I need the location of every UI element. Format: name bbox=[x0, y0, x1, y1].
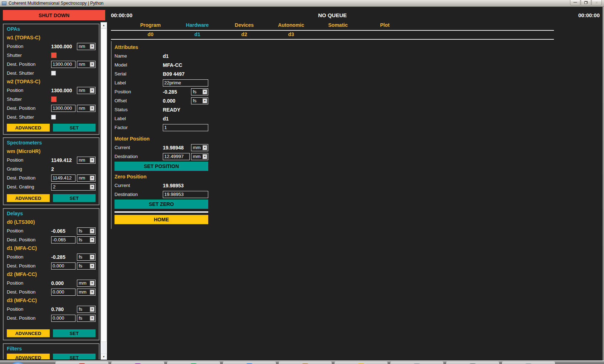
taskbar-button[interactable] bbox=[279, 361, 332, 364]
unit-select-value: nm bbox=[77, 44, 90, 49]
scrollbar-thumb[interactable] bbox=[101, 29, 107, 342]
zero-current-value: 19.98953 bbox=[163, 183, 208, 188]
taskbar-button[interactable] bbox=[335, 361, 388, 364]
section-title: Filters bbox=[7, 346, 96, 353]
d0-dest-position-input[interactable] bbox=[51, 236, 76, 244]
taskbar-button[interactable] bbox=[446, 361, 499, 364]
field-row: Position 1300.000 nm ▼ bbox=[7, 42, 96, 51]
motor-current-value: 19.98948 bbox=[163, 145, 191, 151]
tab-program[interactable]: Program bbox=[127, 22, 174, 30]
tab-plot[interactable]: Plot bbox=[361, 22, 408, 30]
minimize-button[interactable]: — bbox=[570, 0, 580, 5]
start-button[interactable] bbox=[11, 361, 25, 364]
field-row: Label bbox=[115, 78, 208, 87]
attr-position-unit-select[interactable]: fs ▼ bbox=[191, 88, 208, 95]
w1-dest-position-input[interactable] bbox=[51, 61, 76, 68]
d3-dest-position-input[interactable] bbox=[51, 315, 76, 322]
wm-dest-grating-select[interactable]: 2 ▼ bbox=[51, 183, 96, 191]
close-button[interactable]: × bbox=[591, 0, 602, 5]
attr-factor-input[interactable] bbox=[163, 124, 208, 131]
d1-position-unit-select[interactable]: fs ▼ bbox=[77, 254, 96, 261]
tab-somatic[interactable]: Somatic bbox=[315, 22, 361, 30]
d3-dest-position-unit-select[interactable]: fs ▼ bbox=[77, 315, 96, 322]
field-row: Dest. Grating 2 ▼ bbox=[7, 182, 96, 191]
delays-set-button[interactable]: SET bbox=[53, 329, 96, 337]
attr-offset-unit-select[interactable]: fs ▼ bbox=[191, 97, 208, 104]
taskbar-button[interactable] bbox=[111, 361, 164, 364]
unit-select-value: nm bbox=[77, 62, 90, 67]
wm-position-unit-select[interactable]: nm ▼ bbox=[77, 157, 96, 164]
taskbar-button[interactable] bbox=[223, 361, 276, 364]
motor-destination-input[interactable] bbox=[163, 153, 190, 160]
tab-hardware[interactable]: Hardware bbox=[174, 22, 221, 30]
spectrometers-advanced-button[interactable]: ADVANCED bbox=[7, 194, 50, 202]
sidebar-scrollbar[interactable]: ▲ ▼ bbox=[101, 22, 107, 360]
tab-devices[interactable]: Devices bbox=[221, 22, 268, 30]
wm-grating-value: 2 bbox=[51, 166, 77, 172]
scroll-up-button[interactable]: ▲ bbox=[101, 22, 107, 28]
unit-select-value: fs bbox=[77, 306, 90, 312]
device-tab-d1[interactable]: d1 bbox=[174, 31, 221, 39]
home-button[interactable]: HOME bbox=[115, 215, 208, 224]
field-row: Position -0.065 fs ▼ bbox=[7, 226, 96, 235]
field-row: Offset 0.000 fs ▼ bbox=[115, 96, 208, 105]
w1-shutter-indicator[interactable] bbox=[51, 53, 57, 58]
d1-dest-position-input[interactable] bbox=[51, 262, 76, 270]
taskbar-button[interactable] bbox=[502, 361, 555, 364]
field-row: Dest. Position nm ▼ bbox=[7, 60, 96, 69]
device-name: d2 (MFA-CC) bbox=[7, 270, 96, 279]
d0-position-unit-select[interactable]: fs ▼ bbox=[77, 227, 96, 235]
field-row: Position -0.285 fs ▼ bbox=[115, 87, 208, 96]
tab-autonomic[interactable]: Autonomic bbox=[268, 22, 315, 30]
w1-dest-shutter-checkbox[interactable] bbox=[51, 71, 56, 75]
dropdown-arrow-icon: ▼ bbox=[90, 88, 94, 93]
taskbar-button[interactable] bbox=[167, 361, 220, 364]
device-tab-d3[interactable]: d3 bbox=[268, 31, 315, 39]
opas-set-button[interactable]: SET bbox=[53, 124, 96, 132]
field-row: Current 19.98948 mm ▼ bbox=[115, 143, 208, 152]
taskbar-button[interactable] bbox=[390, 361, 443, 364]
opas-advanced-button[interactable]: ADVANCED bbox=[7, 124, 50, 132]
titlebar[interactable]: Coherent Multidimensional Spectroscopy |… bbox=[0, 0, 604, 7]
d2-position-unit-select[interactable]: mm ▼ bbox=[77, 280, 96, 287]
w2-dest-position-unit-select[interactable]: nm ▼ bbox=[77, 105, 96, 112]
w2-shutter-indicator[interactable] bbox=[51, 97, 57, 102]
wm-dest-position-input[interactable] bbox=[51, 174, 76, 182]
zero-destination-input[interactable] bbox=[163, 191, 208, 198]
motor-current-unit-select[interactable]: mm ▼ bbox=[191, 144, 208, 151]
filters-advanced-button[interactable]: ADVANCED bbox=[7, 354, 50, 359]
w1-dest-position-unit-select[interactable]: nm ▼ bbox=[77, 61, 96, 68]
w1-position-unit-select[interactable]: nm ▼ bbox=[77, 43, 96, 50]
motor-destination-unit-select[interactable]: mm ▼ bbox=[191, 153, 208, 160]
d2-dest-position-unit-select[interactable]: mm ▼ bbox=[77, 289, 96, 296]
device-tab-d2[interactable]: d2 bbox=[221, 31, 268, 39]
device-tab-d0[interactable]: d0 bbox=[127, 31, 174, 39]
filters-set-button[interactable]: SET bbox=[53, 354, 96, 359]
dropdown-arrow-icon: ▼ bbox=[90, 307, 94, 312]
d0-dest-position-unit-select[interactable]: fs ▼ bbox=[77, 236, 96, 244]
dropdown-arrow-icon: ▼ bbox=[90, 44, 94, 49]
attr-label-input[interactable] bbox=[163, 79, 208, 87]
shutdown-button[interactable]: SHUT DOWN bbox=[3, 10, 105, 20]
delays-advanced-button[interactable]: ADVANCED bbox=[7, 329, 50, 337]
restore-icon bbox=[584, 1, 588, 4]
unit-select-value: nm bbox=[77, 175, 90, 181]
dropdown-arrow-icon: ▼ bbox=[90, 237, 94, 242]
scroll-up-icon: ▲ bbox=[103, 24, 105, 26]
w2-position-unit-select[interactable]: nm ▼ bbox=[77, 87, 96, 94]
wm-dest-position-unit-select[interactable]: nm ▼ bbox=[77, 174, 96, 182]
set-position-button[interactable]: SET POSITION bbox=[115, 162, 208, 171]
set-zero-button[interactable]: SET ZERO bbox=[115, 200, 208, 209]
field-row: Destination mm ▼ bbox=[115, 152, 208, 161]
d1-dest-position-unit-select[interactable]: fs ▼ bbox=[77, 262, 96, 270]
d3-position-unit-select[interactable]: fs ▼ bbox=[77, 306, 96, 313]
d2-dest-position-input[interactable] bbox=[51, 289, 76, 296]
w2-dest-position-input[interactable] bbox=[51, 105, 76, 112]
section-title: Spectrometers bbox=[7, 140, 96, 147]
w2-dest-shutter-checkbox[interactable] bbox=[51, 115, 56, 119]
scroll-down-button[interactable]: ▼ bbox=[101, 354, 107, 360]
restore-button[interactable] bbox=[581, 0, 591, 5]
taskbar-button[interactable] bbox=[55, 361, 108, 364]
unit-select-value: mm bbox=[77, 289, 90, 295]
spectrometers-set-button[interactable]: SET bbox=[53, 194, 96, 202]
